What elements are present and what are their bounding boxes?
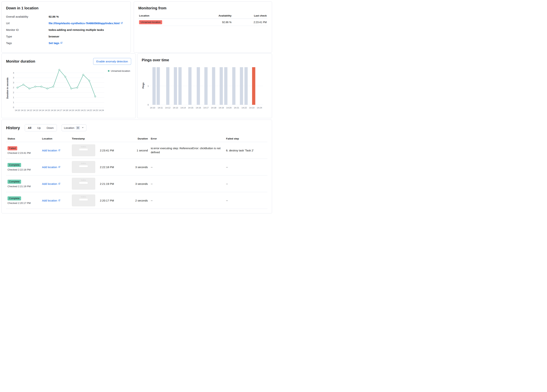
history-panel: History All Up Down Location 0: [1, 120, 272, 213]
status-filter-group: All Up Down: [25, 124, 57, 131]
monitoring-from-title: Monitoring from: [138, 6, 267, 10]
failed-step-cell: --: [225, 192, 267, 209]
field-tags: Tags Set tags: [6, 41, 126, 45]
checked-time: Checked 2:22:18 PM: [7, 168, 39, 171]
add-location-link[interactable]: Add location: [42, 149, 60, 152]
duration-cell: 2 seconds: [133, 192, 149, 209]
add-location-link[interactable]: Add location: [42, 182, 60, 185]
filter-all[interactable]: All: [25, 124, 34, 131]
thumbnail-input-bar: [79, 149, 88, 151]
duration-cell: 3 seconds: [133, 159, 149, 175]
location-filter-button[interactable]: Location 0: [62, 124, 87, 131]
step-screenshot-thumbnail[interactable]: todos: [72, 178, 95, 190]
summary-row: Down in 1 location Overall availability …: [1, 1, 272, 53]
filter-down[interactable]: Down: [44, 124, 56, 131]
monitor-duration-panel: Monitor duration Enable anomaly detectio…: [1, 53, 136, 118]
error-cell: --: [149, 192, 225, 209]
svg-text:14:14: 14:14: [180, 107, 186, 109]
svg-text:14:21: 14:21: [81, 109, 86, 111]
step-screenshot-thumbnail[interactable]: todos: [72, 161, 95, 173]
monitoring-row: Unnamed-location 92.86 % 2:23:41 PM: [138, 19, 267, 26]
duration-chart-area: 0112233414:1014:1114:1214:1314:1414:1514…: [6, 67, 131, 114]
chevron-down-icon: [82, 126, 84, 129]
svg-text:14:22: 14:22: [87, 109, 92, 111]
svg-text:1: 1: [13, 96, 14, 99]
svg-text:14:12: 14:12: [27, 109, 32, 111]
thumbnail-app-title: todos: [72, 179, 95, 181]
checked-time: Checked 2:23:41 PM: [7, 151, 39, 154]
add-location-text: Add location: [42, 182, 57, 185]
legend-label: Unnamed-location: [111, 69, 130, 72]
pings-over-time-panel: Pings over time 0114:1014:1114:1214:1314…: [137, 53, 272, 118]
svg-text:3: 3: [13, 76, 14, 79]
last-check-cell: 2:23:41 PM: [232, 19, 267, 26]
external-link-icon: [121, 22, 123, 25]
step-screenshot-thumbnail[interactable]: todos: [72, 144, 95, 156]
svg-text:14:11: 14:11: [21, 109, 26, 111]
field-label: Url: [6, 22, 49, 25]
legend-unnamed-location[interactable]: Unnamed-location: [108, 69, 130, 72]
monitor-type-value: browser: [49, 35, 59, 38]
svg-text:14:18: 14:18: [211, 107, 216, 109]
status-panel: Down in 1 location Overall availability …: [1, 1, 131, 53]
svg-text:14:10: 14:10: [15, 109, 20, 111]
status-panel-title: Down in 1 location: [6, 6, 126, 10]
status-badge: Complete: [7, 196, 21, 200]
availability-value: 92.86 %: [49, 15, 59, 18]
monitor-url-link[interactable]: file:///tmp/elastic-synthetics-764860569…: [49, 22, 123, 25]
svg-text:14:17: 14:17: [203, 107, 209, 109]
duration-cell: 1 second: [133, 142, 149, 159]
external-link-icon: [58, 182, 60, 185]
col-availability: Availability: [197, 13, 232, 19]
status-badge: Complete: [7, 180, 21, 184]
svg-text:14:19: 14:19: [219, 107, 224, 109]
status-badge: Failed: [7, 146, 17, 150]
monitor-duration-title: Monitor duration: [6, 59, 35, 63]
col-failed-step: Failed step: [225, 135, 267, 142]
svg-text:14:10: 14:10: [150, 107, 155, 109]
error-cell: --: [149, 159, 225, 175]
location-filter-label: Location: [64, 126, 75, 129]
set-tags-link[interactable]: Set tags: [49, 41, 62, 45]
svg-text:14:16: 14:16: [196, 107, 201, 109]
field-overall-availability: Overall availability 92.86 %: [6, 15, 126, 18]
svg-text:14:13: 14:13: [173, 107, 178, 109]
thumbnail-input-bar: [79, 199, 88, 201]
monitor-id-value: todos-adding and removing multiple tasks: [49, 28, 104, 31]
svg-text:14:18: 14:18: [62, 109, 68, 111]
filter-up[interactable]: Up: [34, 124, 44, 131]
external-link-icon: [58, 199, 60, 202]
history-row: History All Up Down Location 0: [1, 120, 272, 213]
add-location-link[interactable]: Add location: [42, 165, 60, 169]
history-table: Status Location Timestamp Duration Error…: [6, 135, 267, 209]
svg-text:14:14: 14:14: [39, 109, 44, 111]
col-timestamp: Timestamp: [70, 135, 133, 142]
status-badge: Complete: [7, 163, 21, 167]
pings-chart-area: 0114:1014:1114:1214:1314:1414:1514:1614:…: [142, 65, 267, 111]
duration-line-chart: 0112233414:1014:1114:1214:1314:1414:1514…: [6, 67, 106, 114]
thumbnail-app-title: todos: [72, 162, 95, 165]
add-location-link[interactable]: Add location: [42, 199, 60, 202]
timestamp-text: 2:22:18 PM: [100, 165, 114, 169]
failed-step-cell: --: [225, 159, 267, 175]
svg-text:1: 1: [147, 85, 149, 87]
history-header: History All Up Down Location 0: [6, 124, 267, 131]
enable-anomaly-detection-button[interactable]: Enable anomaly detection: [93, 58, 131, 65]
field-type: Type browser: [6, 35, 126, 38]
field-label: Overall availability: [6, 15, 49, 18]
checked-time: Checked 2:20:17 PM: [7, 202, 39, 204]
svg-text:Duration in seconds: Duration in seconds: [6, 77, 9, 99]
thumbnail-input-bar: [79, 165, 88, 167]
svg-text:14:19: 14:19: [68, 109, 74, 111]
monitoring-from-table: Location Availability Last check Unnamed…: [138, 13, 267, 26]
external-link-icon: [58, 149, 60, 152]
legend-dot-icon: [108, 70, 109, 72]
svg-text:Pings: Pings: [142, 83, 144, 89]
step-screenshot-thumbnail[interactable]: todos: [72, 194, 95, 206]
svg-text:14:22: 14:22: [241, 107, 247, 109]
timestamp-text: 2:20:17 PM: [100, 199, 114, 202]
thumbnail-input-bar: [79, 182, 88, 184]
field-monitor-id: Monitor ID todos-adding and removing mul…: [6, 28, 126, 31]
thumbnail-app-title: todos: [72, 145, 95, 148]
col-last-check: Last check: [232, 13, 267, 19]
